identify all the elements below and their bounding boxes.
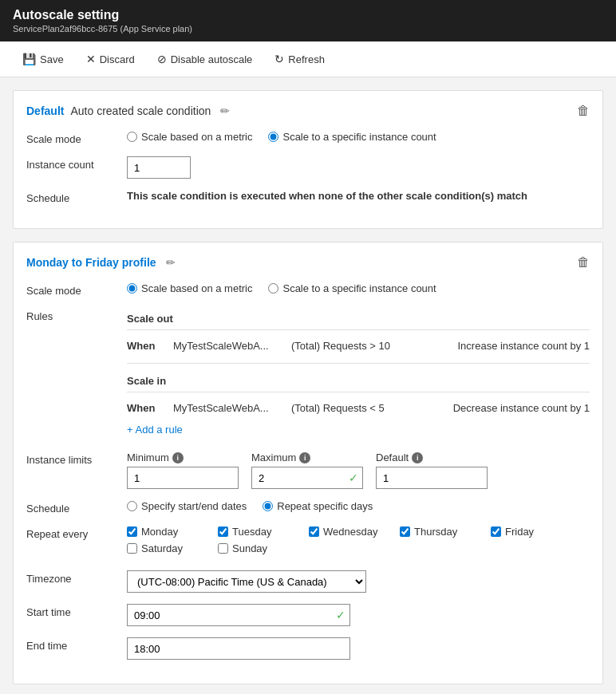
discard-button[interactable]: ✕ Discard: [77, 48, 144, 70]
start-time-wrap: ✓: [127, 604, 350, 626]
monday-card: Monday to Friday profile ✏ 🗑 Scale mode …: [13, 242, 603, 684]
maximum-group: Maximum i ✓: [251, 451, 363, 489]
friday-checkbox[interactable]: [491, 526, 501, 537]
default-scale-mode-row: Scale mode Scale based on a metric Scale…: [26, 131, 590, 145]
monday-profile-name: Monday to Friday profile: [26, 256, 156, 269]
default-instance-count-label: Instance count: [26, 156, 114, 171]
days-row-1: Monday Tuesday Wednesday Thursday: [127, 526, 563, 538]
save-icon: 💾: [22, 53, 36, 65]
repeat-days-option[interactable]: Repeat specific days: [263, 500, 373, 512]
monday-scale-mode-label: Scale mode: [26, 282, 114, 297]
scale-in-label: Scale in: [127, 370, 590, 392]
default-instance-count-input[interactable]: [127, 156, 191, 179]
schedule-options: Specify start/end dates Repeat specific …: [127, 500, 373, 512]
add-rule-button[interactable]: + Add a rule: [127, 419, 183, 440]
default-profile-desc: Auto created scale condition: [70, 104, 211, 117]
scale-in-action: Decrease instance count by 1: [453, 402, 590, 414]
monday-delete-icon[interactable]: 🗑: [577, 255, 590, 270]
sunday-checkbox[interactable]: [218, 543, 228, 554]
default-card-title: Default Auto created scale condition ✏: [26, 104, 230, 117]
tuesday-checkbox-item[interactable]: Tuesday: [218, 526, 290, 538]
rules-content: Scale out When MyTestScaleWebA... (Total…: [127, 308, 590, 440]
minimum-label: Minimum i: [127, 451, 239, 463]
scale-out-source: MyTestScaleWebA...: [173, 340, 285, 352]
discard-icon: ✕: [86, 53, 96, 65]
maximum-label: Maximum i: [251, 451, 363, 463]
maximum-input[interactable]: [251, 467, 363, 489]
maximum-input-wrap: ✓: [251, 467, 363, 489]
content-area: Default Auto created scale condition ✏ 🗑…: [0, 77, 616, 694]
repeat-every-label: Repeat every: [26, 526, 114, 540]
maximum-info-icon: i: [299, 452, 310, 463]
scale-out-action: Increase instance count by 1: [458, 340, 590, 352]
default-card: Default Auto created scale condition ✏ 🗑…: [13, 90, 603, 229]
default-delete-icon[interactable]: 🗑: [577, 104, 590, 118]
monday-scale-instance-option[interactable]: Scale to a specific instance count: [268, 282, 436, 294]
default-info-icon: i: [412, 452, 423, 463]
scale-in-when: When: [127, 402, 167, 414]
monday-card-header: Monday to Friday profile ✏ 🗑: [26, 255, 590, 270]
default-scale-mode-options: Scale based on a metric Scale to a speci…: [127, 131, 436, 143]
saturday-checkbox-item[interactable]: Saturday: [127, 542, 199, 554]
monday-scale-metric-option[interactable]: Scale based on a metric: [127, 282, 252, 294]
monday-edit-icon[interactable]: ✏: [166, 256, 176, 269]
sunday-checkbox-item[interactable]: Sunday: [218, 542, 290, 554]
wednesday-checkbox[interactable]: [309, 526, 319, 537]
default-schedule-label: Schedule: [26, 190, 114, 204]
default-schedule-row: Schedule This scale condition is execute…: [26, 190, 590, 204]
default-label: Default i: [376, 451, 488, 463]
monday-card-title: Monday to Friday profile ✏: [26, 256, 176, 269]
default-edit-icon[interactable]: ✏: [220, 104, 230, 117]
page-subtitle: ServicePlan2af96bcc-8675 (App Service pl…: [13, 24, 603, 34]
schedule-row: Schedule Specify start/end dates Repeat …: [26, 500, 590, 515]
default-scale-mode-label: Scale mode: [26, 131, 114, 145]
monday-checkbox[interactable]: [127, 526, 137, 537]
instance-limits-group: Minimum i Maximum i ✓: [127, 451, 488, 489]
default-scale-metric-option[interactable]: Scale based on a metric: [127, 131, 252, 143]
wednesday-checkbox-item[interactable]: Wednesday: [309, 526, 381, 538]
refresh-icon: ↻: [274, 53, 284, 65]
start-time-input[interactable]: [127, 604, 350, 626]
default-schedule-text: This scale condition is executed when no…: [127, 190, 527, 202]
default-scale-instance-option[interactable]: Scale to a specific instance count: [268, 131, 436, 143]
scale-in-rule-row: When MyTestScaleWebA... (Total) Requests…: [127, 397, 590, 419]
monday-scale-mode-row: Scale mode Scale based on a metric Scale…: [26, 282, 590, 297]
scale-out-rule-row: When MyTestScaleWebA... (Total) Requests…: [127, 335, 590, 357]
minimum-group: Minimum i: [127, 451, 239, 489]
default-group: Default i: [376, 451, 488, 489]
timezone-select[interactable]: (UTC-08:00) Pacific Time (US & Canada): [127, 570, 366, 593]
instance-limits-row: Instance limits Minimum i Maximum i: [26, 451, 590, 489]
refresh-button[interactable]: ↻ Refresh: [265, 48, 334, 70]
minimum-info-icon: i: [172, 452, 184, 463]
end-time-wrap: [127, 637, 350, 660]
default-instance-count-row: Instance count: [26, 156, 590, 179]
friday-checkbox-item[interactable]: Friday: [491, 526, 563, 538]
end-time-label: End time: [26, 637, 114, 652]
scale-in-source: MyTestScaleWebA...: [173, 402, 285, 414]
save-button[interactable]: 💾 Save: [13, 48, 73, 70]
monday-checkbox-item[interactable]: Monday: [127, 526, 199, 538]
disable-icon: ⊘: [157, 53, 167, 65]
disable-autoscale-button[interactable]: ⊘ Disable autoscale: [148, 48, 263, 70]
specify-dates-option[interactable]: Specify start/end dates: [127, 500, 247, 512]
days-row-2: Saturday Sunday: [127, 542, 563, 554]
scale-out-condition: (Total) Requests > 10: [291, 340, 452, 352]
toolbar: 💾 Save ✕ Discard ⊘ Disable autoscale ↻ R…: [0, 41, 616, 77]
tuesday-checkbox[interactable]: [218, 526, 228, 537]
monday-rules-label: Rules: [26, 308, 114, 322]
end-time-row: End time: [26, 637, 590, 660]
scale-out-when: When: [127, 340, 167, 352]
days-group: Monday Tuesday Wednesday Thursday: [127, 526, 563, 559]
thursday-checkbox[interactable]: [400, 526, 410, 537]
maximum-check-icon: ✓: [349, 471, 358, 484]
end-time-input[interactable]: [127, 637, 350, 660]
saturday-checkbox[interactable]: [127, 543, 137, 554]
monday-rules-row: Rules Scale out When MyTestScaleWebA... …: [26, 308, 590, 440]
minimum-input[interactable]: [127, 467, 239, 489]
timezone-label: Timezone: [26, 570, 114, 585]
default-card-header: Default Auto created scale condition ✏ 🗑: [26, 104, 590, 118]
default-profile-name: Default: [26, 104, 64, 117]
minimum-input-wrap: [127, 467, 239, 489]
default-input[interactable]: [376, 467, 488, 489]
thursday-checkbox-item[interactable]: Thursday: [400, 526, 472, 538]
